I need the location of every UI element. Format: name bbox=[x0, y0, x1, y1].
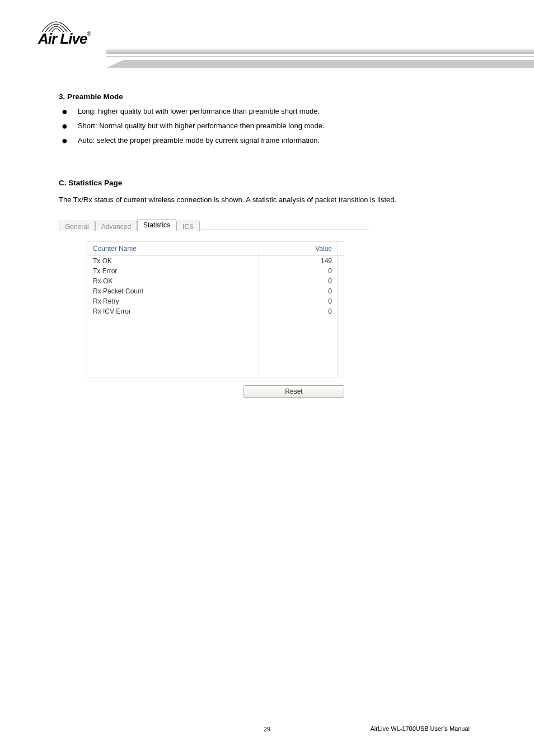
bullet-long: Long: higher quality but with lower perf… bbox=[78, 106, 320, 116]
statistics-panel: General Advanced Statistics ICS Counter … bbox=[59, 218, 369, 414]
preamble-mode-heading: 3. Preamble Mode bbox=[59, 92, 481, 101]
table-row[interactable]: Rx Retry0 bbox=[87, 296, 344, 306]
logo-waves-icon bbox=[41, 20, 72, 34]
registered-icon: ® bbox=[87, 31, 90, 37]
table-row bbox=[87, 316, 344, 326]
bullet-auto: Auto: select the proper preamble mode by… bbox=[78, 136, 320, 146]
statistics-table: Counter Name Value Tx OK149 Tx Error0 Rx… bbox=[87, 241, 344, 377]
table-row bbox=[87, 357, 344, 367]
counter-value: 0 bbox=[259, 266, 338, 276]
preamble-mode-list: ●Long: higher quality but with lower per… bbox=[59, 106, 481, 146]
col-value[interactable]: Value bbox=[259, 241, 338, 255]
table-row[interactable]: Rx ICV Error0 bbox=[87, 306, 344, 316]
table-row[interactable]: Rx Packet Count0 bbox=[87, 286, 344, 296]
counter-value: 0 bbox=[259, 296, 338, 306]
brand-logo: Air Live® bbox=[38, 20, 91, 46]
tab-bar: General Advanced Statistics ICS bbox=[59, 218, 369, 230]
counter-value: 149 bbox=[259, 255, 338, 266]
reset-button[interactable]: Reset bbox=[243, 385, 344, 398]
tab-statistics[interactable]: Statistics bbox=[137, 219, 176, 231]
table-row bbox=[87, 337, 344, 347]
table-row bbox=[87, 347, 344, 357]
counter-name: Rx Retry bbox=[87, 296, 259, 306]
col-counter-name[interactable]: Counter Name bbox=[87, 241, 259, 255]
manual-title: AirLive WL-1700USB User’s Manual bbox=[371, 725, 470, 732]
counter-name: Rx Packet Count bbox=[87, 286, 259, 296]
bullet-icon: ● bbox=[62, 121, 68, 131]
statistics-page-heading: C. Statistics Page bbox=[59, 179, 481, 187]
table-row bbox=[87, 367, 344, 377]
table-row[interactable]: Tx OK149 bbox=[87, 255, 344, 266]
counter-value: 0 bbox=[259, 306, 338, 316]
header-decoration bbox=[106, 49, 534, 68]
bullet-short: Short: Normal quality but with higher pe… bbox=[78, 121, 325, 131]
table-row[interactable]: Rx OK0 bbox=[87, 276, 344, 286]
tab-general[interactable]: General bbox=[59, 221, 95, 231]
counter-name: Rx OK bbox=[87, 276, 259, 286]
counter-name: Tx OK bbox=[87, 255, 259, 266]
bullet-icon: ● bbox=[62, 136, 68, 146]
statistics-description: The Tx/Rx status of current wireless con… bbox=[59, 193, 481, 207]
bullet-icon: ● bbox=[62, 106, 68, 116]
table-row[interactable]: Tx Error0 bbox=[87, 266, 344, 276]
counter-value: 0 bbox=[259, 286, 338, 296]
counter-value: 0 bbox=[259, 276, 338, 286]
tab-advanced[interactable]: Advanced bbox=[95, 221, 137, 231]
counter-name: Rx ICV Error bbox=[87, 306, 259, 316]
counter-name: Tx Error bbox=[87, 266, 259, 276]
page-number: 29 bbox=[264, 725, 270, 734]
tab-ics[interactable]: ICS bbox=[176, 221, 200, 231]
table-row bbox=[87, 326, 344, 337]
